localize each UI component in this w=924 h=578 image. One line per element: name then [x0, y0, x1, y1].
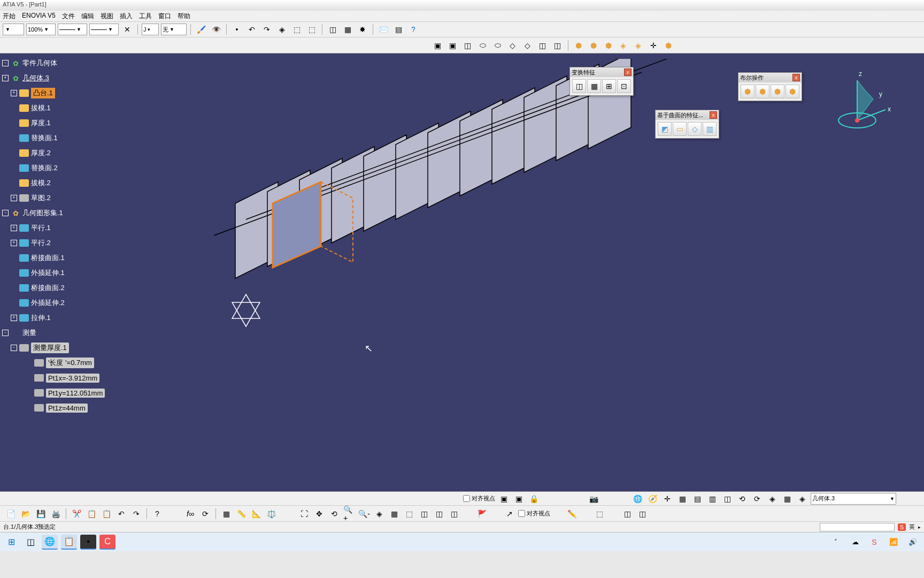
v2-icon[interactable]: ◫: [433, 507, 445, 520]
cube-icon[interactable]: ◫: [326, 23, 339, 36]
flag-icon[interactable]: 🚩: [475, 507, 488, 520]
v1-icon[interactable]: ◫: [418, 507, 430, 520]
tree-item[interactable]: Pt1z=44mm: [0, 400, 128, 415]
solid3-icon[interactable]: ⬢: [602, 39, 615, 52]
t1-icon[interactable]: ▤: [691, 492, 704, 505]
feat6-icon[interactable]: ◇: [506, 39, 519, 52]
tree-item[interactable]: '长度 '=0.7mm: [0, 355, 128, 370]
sketch-icon[interactable]: ✏️: [565, 507, 578, 520]
align-viewpoint2-check[interactable]: 对齐视点: [518, 509, 550, 518]
tree-item[interactable]: +草图.2: [0, 191, 128, 206]
menu-file[interactable]: 文件: [62, 12, 75, 20]
zoom-combo[interactable]: 100%▼: [26, 24, 56, 35]
loop-icon[interactable]: ⟳: [199, 507, 212, 520]
meas1-icon[interactable]: 📏: [235, 507, 248, 520]
win1-icon[interactable]: ◫: [621, 507, 634, 520]
normal-icon[interactable]: ◈: [373, 507, 386, 520]
feat5-icon[interactable]: ⬭: [491, 39, 504, 52]
solid6-icon[interactable]: ⬢: [662, 39, 675, 52]
layer-icon[interactable]: ◈: [796, 492, 808, 505]
expander-icon[interactable]: -: [2, 330, 9, 336]
undo-icon[interactable]: ↶: [245, 23, 258, 36]
tree-item[interactable]: +平行.1: [0, 220, 128, 235]
tree-item[interactable]: Pt1x=-3.912mm: [0, 370, 128, 385]
box3d-icon[interactable]: ⬚: [290, 23, 303, 36]
fx-icon[interactable]: f∞: [184, 507, 197, 520]
solid4-icon[interactable]: ◈: [617, 39, 630, 52]
print-icon[interactable]: 🖨️: [49, 507, 62, 520]
solid2-icon[interactable]: ⬢: [587, 39, 600, 52]
arrow-icon[interactable]: ↗: [503, 507, 516, 520]
feat7-icon[interactable]: ◇: [521, 39, 534, 52]
view2-icon[interactable]: ▣: [512, 492, 525, 505]
tree-item[interactable]: 拔模.2: [0, 176, 128, 191]
copy-icon[interactable]: 📋: [85, 507, 98, 520]
close-surf-icon[interactable]: ◇: [688, 122, 702, 136]
tray-vol-icon[interactable]: 🔊: [905, 535, 921, 550]
expander-icon[interactable]: +: [2, 75, 9, 81]
expander-icon[interactable]: +: [11, 225, 17, 231]
tree-item[interactable]: +凸台.1: [0, 86, 128, 101]
j-combo[interactable]: J▾: [142, 24, 159, 35]
app2-icon[interactable]: ▪: [80, 535, 96, 550]
paste-icon[interactable]: 📋: [100, 507, 113, 520]
eye-icon[interactable]: 👁️: [210, 23, 222, 36]
expander-icon[interactable]: +: [11, 315, 17, 321]
gear-icon[interactable]: ✸: [356, 23, 369, 36]
help-icon[interactable]: ?: [407, 23, 420, 36]
meas2-icon[interactable]: 📐: [250, 507, 263, 520]
camera-icon[interactable]: 📷: [587, 492, 600, 505]
model-render[interactable]: [139, 59, 700, 407]
union-icon[interactable]: ⬢: [741, 85, 754, 98]
pattern-rect-icon[interactable]: ▦: [587, 79, 601, 93]
solid1-icon[interactable]: ⬢: [572, 39, 585, 52]
subtract-icon[interactable]: ⬢: [756, 85, 769, 98]
redo-icon[interactable]: ↷: [260, 23, 273, 36]
menu-tools[interactable]: 工具: [139, 12, 152, 20]
expander-icon[interactable]: +: [11, 90, 17, 96]
menu-help[interactable]: 帮助: [178, 12, 190, 20]
mail-icon[interactable]: ✉️: [377, 23, 390, 36]
tree-item[interactable]: Pt1y=112.051mm: [0, 385, 128, 400]
command-input[interactable]: [820, 523, 895, 531]
tray-sogou-icon[interactable]: S: [866, 535, 882, 550]
feat1-icon[interactable]: ▣: [432, 39, 444, 52]
zoomout-icon[interactable]: 🔍-: [358, 507, 371, 520]
axis-triad[interactable]: z x y: [828, 70, 892, 134]
globe-icon[interactable]: 🌐: [631, 492, 644, 505]
app1-icon[interactable]: 📋: [61, 535, 77, 550]
win2-icon[interactable]: ◫: [636, 507, 649, 520]
btn-x[interactable]: ✕: [121, 23, 134, 36]
t6-icon[interactable]: ◈: [766, 492, 779, 505]
feat4-icon[interactable]: ⬭: [476, 39, 489, 52]
tree-item[interactable]: 替换面.1: [0, 131, 128, 146]
pattern-icon[interactable]: ▦: [341, 23, 354, 36]
t7-icon[interactable]: ▦: [781, 492, 794, 505]
tray-wifi-icon[interactable]: 📶: [886, 535, 902, 550]
toolbar-surface[interactable]: 基于曲面的特征...x ◩ ▭ ◇ ▥: [655, 110, 719, 139]
tree-item[interactable]: 拔模.1: [0, 101, 128, 116]
close-icon[interactable]: x: [710, 111, 717, 119]
tree-item[interactable]: 桥接曲面.1: [0, 250, 128, 265]
edge-icon[interactable]: 🌐: [42, 535, 58, 550]
brush-icon[interactable]: 🖌️: [195, 23, 207, 36]
tree-item[interactable]: 厚度.2: [0, 146, 128, 161]
start-icon[interactable]: ⊞: [3, 535, 19, 550]
cut-icon[interactable]: ✂️: [70, 507, 83, 520]
sew-icon[interactable]: ▥: [703, 122, 717, 136]
feat9-icon[interactable]: ◫: [551, 39, 564, 52]
mirror-icon[interactable]: ◫: [572, 79, 586, 93]
viewport[interactable]: -✿零件几何体+✿几何体.3+凸台.1拔模.1厚度.1替换面.1厚度.2替换面.…: [0, 54, 924, 491]
undo2-icon[interactable]: ↶: [115, 507, 128, 520]
menu-insert[interactable]: 插入: [120, 12, 133, 20]
expander-icon[interactable]: -: [2, 210, 9, 216]
help2-icon[interactable]: ?: [151, 507, 164, 520]
meas3-icon[interactable]: ⚖️: [265, 507, 278, 520]
tree-item[interactable]: +✿几何体.3: [0, 71, 128, 86]
grid-icon[interactable]: ▤: [392, 23, 405, 36]
v3-icon[interactable]: ◫: [448, 507, 460, 520]
open-icon[interactable]: 📂: [19, 507, 32, 520]
lock-icon[interactable]: 🔒: [527, 492, 540, 505]
diamond-icon[interactable]: ◈: [275, 23, 288, 36]
app3-icon[interactable]: C: [99, 535, 116, 550]
